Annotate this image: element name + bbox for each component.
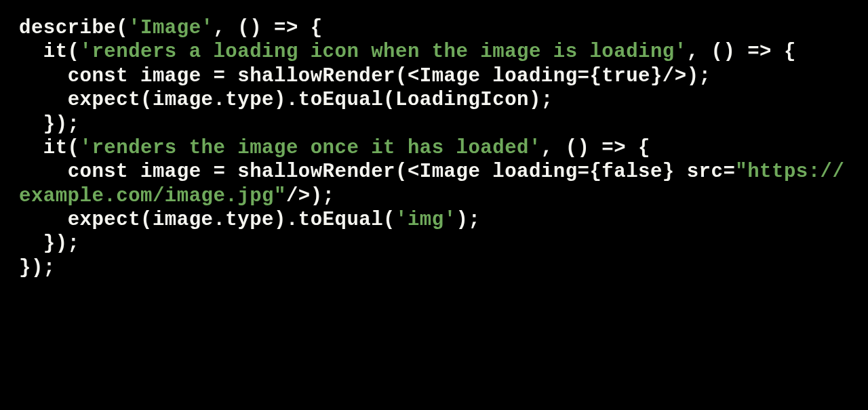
code-block: describe('Image', () => { it('renders a … [0, 0, 868, 296]
code-token: , () => { [213, 17, 322, 39]
code-token: it( [19, 41, 80, 63]
code-token: describe( [19, 17, 128, 39]
code-token: 'Image' [128, 17, 213, 39]
code-token: }); [19, 257, 56, 279]
code-token: const image = shallowRender(<Image loadi… [19, 65, 711, 87]
code-token: }); [19, 232, 80, 255]
code-token: , () => { [687, 41, 796, 63]
code-token: it( [19, 137, 80, 159]
code-token: 'img' [395, 209, 456, 231]
code-token: 'renders the image once it has loaded' [80, 137, 541, 159]
code-token: />); [286, 185, 335, 207]
code-token: , () => { [541, 137, 650, 159]
code-token: }); [19, 113, 80, 136]
code-token: expect(image.type).toEqual( [19, 209, 395, 231]
code-token: expect(image.type).toEqual(LoadingIcon); [19, 89, 553, 111]
code-token: ); [456, 209, 481, 231]
code-token: const image = shallowRender(<Image loadi… [19, 161, 735, 183]
code-token: 'renders a loading icon when the image i… [80, 41, 687, 63]
